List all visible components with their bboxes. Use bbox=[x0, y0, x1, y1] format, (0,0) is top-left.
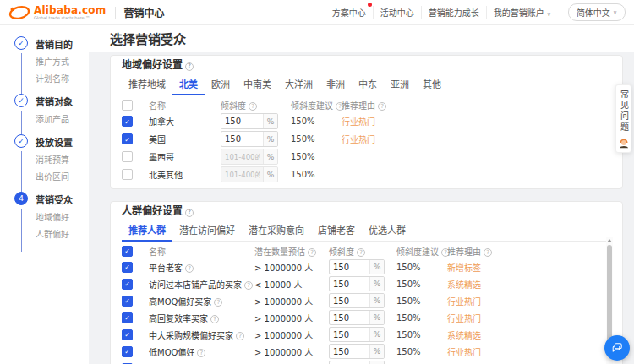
recommend-reason-link[interactable]: 行业热门 bbox=[342, 133, 611, 145]
percent-suffix: % bbox=[369, 294, 384, 307]
info-icon[interactable] bbox=[185, 264, 194, 273]
row-checkbox[interactable] bbox=[122, 116, 133, 127]
tilt-suggestion: 150% bbox=[396, 347, 447, 356]
percent-suffix: % bbox=[263, 149, 277, 164]
step-label: 营销受众 bbox=[36, 193, 89, 206]
region-tab[interactable]: 大洋洲 bbox=[278, 75, 320, 95]
step-label: 投放设置 bbox=[36, 135, 89, 149]
percent-suffix: % bbox=[263, 167, 277, 182]
info-icon[interactable] bbox=[244, 281, 253, 290]
region-tab[interactable]: 推荐地域 bbox=[122, 75, 172, 95]
tilt-input[interactable] bbox=[221, 167, 263, 182]
tilt-input[interactable] bbox=[330, 294, 369, 307]
info-icon[interactable] bbox=[210, 315, 219, 323]
recommend-reason-link[interactable]: 行业热门 bbox=[447, 312, 611, 324]
tilt-suggestion: 150% bbox=[396, 280, 447, 289]
region-tab[interactable]: 北美 bbox=[172, 75, 205, 95]
audience-name: 平台老客 bbox=[149, 261, 254, 274]
step-sub-item: 推广方式 bbox=[36, 55, 89, 68]
faq-floating-tab[interactable]: 常见问题 bbox=[615, 84, 631, 153]
step-indicator: 2 bbox=[14, 94, 28, 107]
wizard-step[interactable]: 2 营销对象 添加产品 bbox=[0, 95, 89, 125]
nav-item[interactable]: 活动中心 bbox=[373, 6, 421, 19]
app-title: 营销中心 bbox=[124, 5, 165, 19]
region-tab[interactable]: 中南美 bbox=[237, 75, 278, 95]
wizard-step[interactable]: 1 营销目的 推广方式 计划名称 bbox=[0, 37, 89, 84]
audience-tab[interactable]: 优选人群 bbox=[362, 221, 413, 241]
tilt-input[interactable] bbox=[330, 345, 369, 358]
region-tab[interactable]: 中东 bbox=[352, 75, 384, 95]
recommend-reason-link[interactable]: 系统精选 bbox=[447, 278, 611, 291]
tilt-input[interactable] bbox=[330, 277, 369, 291]
region-table-row: 墨西哥 % 150% bbox=[122, 148, 611, 166]
audience-tab[interactable]: 推荐人群 bbox=[122, 221, 172, 242]
tilt-input-group: % bbox=[329, 293, 385, 308]
nav-item[interactable]: 营销能力成长 bbox=[421, 6, 486, 19]
recommend-reason-link[interactable]: 行业热门 bbox=[342, 115, 611, 128]
audience-name: 中大采购规模偏好买家 bbox=[149, 329, 254, 341]
info-icon[interactable] bbox=[197, 349, 205, 357]
tilt-input[interactable] bbox=[330, 311, 369, 324]
row-checkbox[interactable] bbox=[122, 296, 133, 307]
row-checkbox[interactable] bbox=[122, 279, 133, 290]
row-checkbox[interactable] bbox=[122, 312, 133, 323]
alibaba-logo[interactable]: Alibaba.com Global trade starts here.™ bbox=[8, 5, 107, 20]
region-tab[interactable]: 亚洲 bbox=[384, 75, 416, 95]
region-table-header: 名称 倾斜度 倾斜度建议 推荐理由 bbox=[122, 97, 611, 112]
step-indicator: 4 bbox=[14, 192, 28, 205]
info-icon[interactable] bbox=[357, 248, 365, 257]
audience-tab[interactable]: 店铺老客 bbox=[311, 221, 362, 241]
tilt-input[interactable] bbox=[221, 149, 263, 164]
column-header-tilt: 倾斜度 bbox=[221, 99, 291, 111]
audience-count-estimate: > 1000000 人 bbox=[254, 312, 329, 324]
row-checkbox[interactable] bbox=[122, 151, 133, 162]
info-icon[interactable] bbox=[214, 298, 222, 307]
row-checkbox[interactable] bbox=[122, 169, 133, 180]
column-header-name: 名称 bbox=[149, 99, 221, 111]
audience-table-row: 平台老客 > 1000000 人 % 150% 新增标签 bbox=[122, 258, 611, 275]
wizard-step[interactable]: 4 营销受众 地域偏好 人群偏好 bbox=[0, 193, 89, 240]
recommend-reason-link[interactable]: 新增标签 bbox=[447, 261, 611, 274]
recommend-reason-link[interactable]: 系统精选 bbox=[447, 329, 611, 341]
scrollbar-thumb[interactable] bbox=[607, 245, 612, 345]
select-all-checkbox[interactable] bbox=[122, 246, 133, 257]
scroll-up-arrow-icon[interactable] bbox=[607, 239, 612, 242]
step-number: 4 bbox=[19, 194, 24, 203]
row-checkbox[interactable] bbox=[122, 346, 133, 357]
divider bbox=[115, 7, 116, 19]
info-icon[interactable] bbox=[378, 102, 386, 111]
info-icon[interactable] bbox=[185, 62, 194, 71]
language-label: 简体中文 bbox=[577, 6, 610, 19]
info-icon[interactable] bbox=[249, 102, 257, 111]
row-checkbox[interactable] bbox=[122, 133, 133, 144]
region-preference-section: 地域偏好设置 推荐地域 北美 欧洲 中南美 大洋洲 非洲 中东 亚洲 其他 bbox=[110, 55, 623, 189]
info-icon[interactable] bbox=[484, 248, 492, 257]
region-tab[interactable]: 非洲 bbox=[320, 75, 352, 95]
recommend-reason-link[interactable]: 行业热门 bbox=[447, 345, 611, 358]
select-all-checkbox[interactable] bbox=[122, 100, 133, 111]
row-checkbox[interactable] bbox=[122, 329, 133, 340]
region-tab[interactable]: 其他 bbox=[416, 75, 448, 95]
percent-suffix: % bbox=[369, 277, 384, 291]
tilt-input[interactable] bbox=[330, 328, 369, 341]
tilt-input[interactable] bbox=[221, 132, 263, 146]
row-checkbox[interactable] bbox=[122, 262, 133, 273]
info-icon[interactable] bbox=[236, 332, 244, 340]
region-tab[interactable]: 欧洲 bbox=[205, 75, 237, 95]
info-icon[interactable] bbox=[185, 209, 194, 217]
info-icon[interactable] bbox=[308, 248, 316, 257]
tilt-input[interactable] bbox=[330, 260, 369, 274]
language-selector[interactable]: 简体中文 bbox=[568, 3, 626, 21]
percent-suffix: % bbox=[369, 328, 384, 341]
check-icon bbox=[18, 39, 25, 47]
nav-item[interactable]: 我的营销账户 bbox=[486, 6, 558, 19]
tilt-input-group: % bbox=[329, 344, 385, 359]
recommend-reason-link[interactable]: 行业热门 bbox=[447, 295, 611, 307]
percent-suffix: % bbox=[263, 132, 277, 146]
nav-item[interactable]: 方案中心 bbox=[325, 6, 373, 19]
wizard-step[interactable]: 3 投放设置 消耗预算 出价区间 bbox=[0, 135, 89, 182]
audience-tab[interactable]: 潜在访问偏好 bbox=[172, 221, 242, 241]
tilt-input[interactable] bbox=[221, 114, 263, 128]
chat-button[interactable] bbox=[604, 335, 630, 361]
audience-tab[interactable]: 潜在采购意向 bbox=[242, 221, 311, 241]
